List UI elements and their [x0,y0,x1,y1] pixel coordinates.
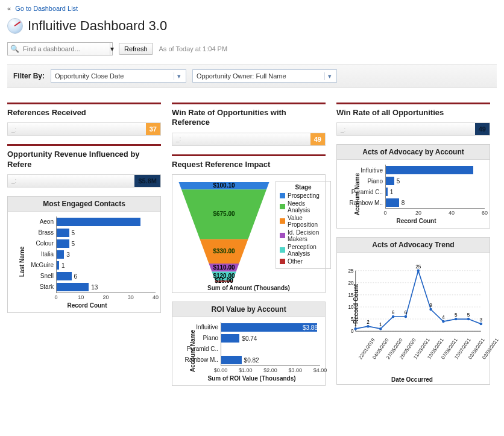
find-dashboard-combobox[interactable]: 🔍 ▾ [7,42,113,55]
bar-fill [386,198,399,207]
filter-close-date-value: Opportunity Close Date [55,72,124,80]
bar-track: 3 [56,249,156,260]
gauge-value: $5.8M [134,175,160,187]
bar-track: 6 [56,271,156,282]
x-tick: 0 [383,210,386,216]
point-label: 5 [455,312,458,318]
back-arrow: « [7,5,11,12]
bar-row: Snell 6 [19,271,156,282]
funnel-value-label: $675.00 [213,210,235,217]
data-point [379,327,382,330]
bar-fill [57,239,69,248]
legend-label: Id. Decision Makers [288,229,327,242]
gauge-bar[interactable]: _: 37 [7,122,161,136]
bar-value-label: 1 [61,262,65,268]
bar-row: Pyramid C.. [183,344,320,355]
bar-row: McGuire 1 [19,260,156,271]
data-point [354,327,357,330]
bar-row: Influitive 53 [348,165,485,175]
bar-value-label: 1 [390,189,394,195]
chart-title: Most Engaged Contacts [8,197,160,212]
chevron-down-icon[interactable]: ▾ [110,43,114,55]
point-label: 6 [392,310,395,315]
x-axis-label: Date Occurred [339,376,485,383]
chart-acts-trend[interactable]: Acts of Advocacy Trend Record Count 0510… [336,237,490,385]
component-request-reference-impact: Request Reference Impact $100.10$675.00$… [172,154,326,293]
point-label: 25 [415,264,421,270]
bar-value-label: 5 [72,240,75,247]
legend-item: Prospecting [280,192,327,199]
bar-value-label: 6 [74,273,78,279]
component-title: Win Rate of all Opportunities [336,103,490,118]
bar-row: Colour 5 [19,238,156,249]
gauge-tick: _: [11,126,16,133]
gauge-tick: _: [341,126,345,133]
x-tick: 60 [482,210,488,216]
refresh-button[interactable]: Refresh [119,43,153,55]
data-point [467,318,470,321]
chart-acts-by-account[interactable]: Acts of Advocacy by Account Account Name… [336,144,490,229]
component-title: Opportunity Revenue Influenced by Refere [7,144,161,169]
bar-track: 5 [385,175,485,186]
data-point [417,270,420,273]
legend: Stage ProspectingNeeds AnalysisValue Pro… [276,181,331,269]
svg-text:25: 25 [348,268,354,274]
point-label: 3 [480,317,483,323]
filter-close-date-dropdown[interactable]: Opportunity Close Date ▾ [51,69,186,83]
bar-row: Aeon 34 [19,216,156,227]
line-svg: 0510152025121662594553 [339,257,485,348]
data-point [367,325,370,328]
gauge-tick: _: [11,177,16,184]
bar-value-label: 53 [476,167,482,174]
bar-track: 1 [56,260,156,271]
x-tick: $0.00 [214,367,228,373]
metric-references-received: References Received _: 37 [7,103,161,136]
data-point [480,323,483,326]
bar-row: Stark 13 [19,282,156,292]
find-dashboard-input[interactable] [22,45,107,53]
chart-funnel[interactable]: $100.10$675.00$330.00$110.00$120.00$15.0… [172,174,326,293]
legend-item: Other [280,258,327,265]
legend-swatch [280,218,285,224]
chart-engaged-contacts[interactable]: Most Engaged Contacts Last Name Aeon 34 … [7,196,161,313]
bar-track: 1 [385,186,485,197]
data-point [455,318,458,321]
breadcrumb: « Go to Dashboard List [7,5,497,12]
dashboard-grid: References Received _: 37 Opportunity Re… [7,103,497,386]
bar-track: 8 [385,197,485,208]
filter-owner-dropdown[interactable]: Opportunity Owner: Full Name ▾ [192,69,337,83]
gauge-bar[interactable]: _: $5.8M [7,174,161,188]
legend-label: Prospecting [288,192,320,199]
data-point [429,308,432,311]
metric-win-rate-reference: Win Rate of Opportunities with Reference… [172,103,326,146]
bar-row: Italia 3 [19,249,156,260]
gauge-bar[interactable]: _: 49 [336,122,490,136]
legend-swatch [280,247,285,253]
bar-track: 5 [56,238,156,249]
legend-label: Value Proposition [288,215,327,228]
svg-text:0: 0 [351,329,354,335]
legend-title: Stage [280,184,327,191]
data-point [405,315,408,318]
x-tick: 40 [153,294,159,300]
bar-fill [57,261,59,270]
bar-fill [57,229,69,237]
bar-row: Rainbow M.. 8 [348,197,485,208]
column-3: Win Rate of all Opportunities _: 49 Acts… [336,103,490,386]
back-link[interactable]: Go to Dashboard List [15,5,78,12]
bar-track: $0.74 [221,333,320,344]
chart-roi-by-account[interactable]: ROI Value by Account Account Name Influi… [172,302,326,386]
legend-label: Other [288,258,303,265]
x-axis-label: Sum of Amount (Thousands) [175,285,323,291]
bar-value-label: $0.82 [244,356,259,363]
chart-title: Acts of Advocacy by Account [337,145,490,160]
gauge-bar[interactable]: _: 49 [172,133,326,146]
point-label: 4 [442,315,445,320]
bar-fill [386,166,473,174]
component-title: Request Reference Impact [172,154,326,169]
filter-owner-value: Opportunity Owner: Full Name [197,72,286,80]
point-label: 1 [379,322,382,327]
column-1: References Received _: 37 Opportunity Re… [7,103,161,386]
bar-track: 5 [56,227,156,238]
gauge-value: 37 [146,123,160,135]
